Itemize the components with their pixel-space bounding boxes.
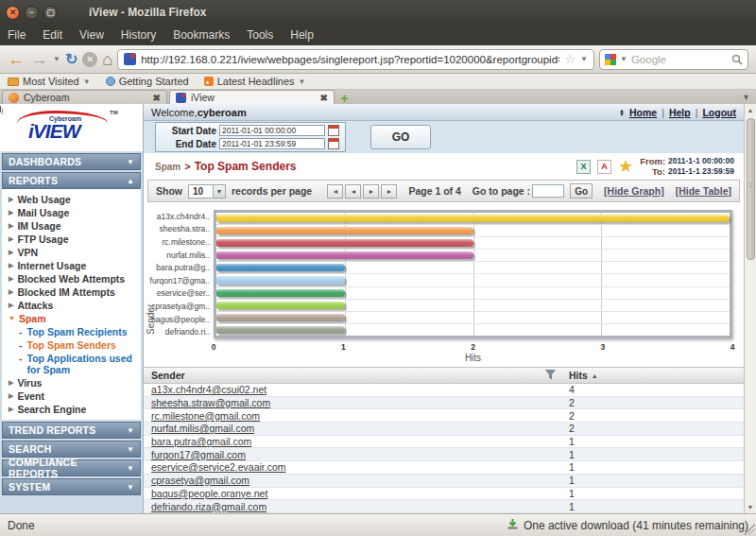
menu-file[interactable]: File (8, 28, 26, 42)
sidebar-item-internet-usage[interactable]: ▶Internet Usage (2, 259, 141, 272)
bookmark-item[interactable]: Most Visited▼ (8, 76, 91, 87)
stop-button[interactable]: ✕ (82, 52, 97, 67)
scroll-down-icon[interactable]: ▼ (747, 501, 754, 513)
sidebar-item-spam[interactable]: ▼Spam (2, 312, 141, 325)
export-pdf-icon[interactable]: A (597, 160, 611, 174)
chart-bar[interactable] (216, 314, 345, 321)
hide-table-link[interactable]: [Hide Table] (676, 185, 731, 197)
sidebar-item-event[interactable]: ▶Event (2, 389, 141, 403)
records-per-page-select[interactable]: 10 ▼ (188, 184, 226, 199)
sender-link[interactable]: cprasetya@gmail.com (151, 475, 249, 486)
breadcrumb-parent[interactable]: Spam (155, 162, 180, 172)
sender-link[interactable]: sheesha.straw@gmail.com (151, 397, 270, 408)
back-button[interactable]: ← (8, 50, 26, 68)
sender-link[interactable]: eservice@service2.evaair.com (151, 461, 286, 473)
chart-bar[interactable] (216, 239, 473, 247)
sidebar-section-compliance-reports[interactable]: COMPLIANCE REPORTS ▼ (2, 459, 141, 476)
vertical-scrollbar[interactable]: ▲ ▼ (744, 104, 756, 513)
sidebar-item-blocked-im-attempts[interactable]: ▶Blocked IM Attempts (2, 285, 141, 299)
sidebar-item-mail-usage[interactable]: ▶Mail Usage (2, 206, 141, 219)
sidebar-section-reports[interactable]: REPORTS ▲ (2, 172, 141, 189)
sidebar-item-search-engine[interactable]: ▶Search Engine (2, 403, 141, 416)
chart-bar[interactable] (216, 251, 473, 259)
export-excel-icon[interactable]: X (576, 160, 591, 174)
sender-link[interactable]: furqon17@gmail.com (151, 449, 246, 460)
collapse-header-icon[interactable]: ▲▼ (619, 109, 625, 116)
sidebar-section-system[interactable]: SYSTEM ▼ (2, 478, 141, 495)
sender-link[interactable]: bagus@people.oranye.net (151, 488, 267, 499)
favorite-star-icon[interactable]: ★ (618, 160, 633, 174)
reload-button[interactable]: ↻ (65, 52, 77, 67)
first-page-button[interactable]: ◄ (327, 184, 343, 199)
sidebar-item-top-spam-senders[interactable]: -Top Spam Senders (2, 338, 141, 352)
chart-bar[interactable] (216, 302, 345, 309)
menu-tools[interactable]: Tools (247, 28, 273, 42)
menu-history[interactable]: History (121, 28, 156, 42)
menu-bookmarks[interactable]: Bookmarks (173, 28, 230, 42)
sidebar-section-search[interactable]: SEARCH ▼ (2, 441, 141, 458)
sidebar-item-attacks[interactable]: ▶Attacks (2, 299, 141, 312)
url-text[interactable]: http://192.168.0.221/iview/webpages/sing… (141, 54, 559, 65)
home-link[interactable]: Home (629, 107, 657, 118)
bookmark-item[interactable]: Latest Headlines▼ (204, 76, 306, 87)
scrollbar-thumb[interactable] (747, 118, 755, 260)
sidebar-item-blocked-web-attempts[interactable]: ▶Blocked Web Attempts (2, 272, 141, 285)
sidebar-item-top-applications-used-for-spam[interactable]: -Top Applications used for Spam (2, 352, 141, 376)
calendar-icon[interactable] (328, 138, 339, 149)
chart-bar[interactable] (216, 215, 730, 222)
chart-bar[interactable] (216, 264, 345, 271)
sender-link[interactable]: bara.putra@gmail.com (151, 436, 251, 447)
chart-bar[interactable] (216, 326, 345, 334)
download-status-text[interactable]: One active download (41 minutes remainin… (524, 519, 748, 532)
window-maximize-button[interactable]: ▢ (43, 6, 58, 20)
sidebar-item-im-usage[interactable]: ▶IM Usage (2, 219, 141, 233)
start-date-input[interactable] (219, 125, 325, 136)
previous-page-button[interactable]: ◄ (345, 184, 361, 199)
tab-iview[interactable]: iView✖ (169, 90, 335, 104)
sort-ascending-icon[interactable]: ▲ (592, 372, 598, 379)
resize-grip[interactable] (744, 524, 755, 535)
sidebar-item-web-usage[interactable]: ▶Web Usage (2, 193, 141, 206)
sidebar-item-top-spam-recipients[interactable]: -Top Spam Recipients (2, 325, 141, 338)
sender-column-header[interactable]: Sender (151, 370, 185, 381)
window-minimize-button[interactable]: − (25, 6, 39, 20)
tab-close-icon[interactable]: ✖ (153, 93, 161, 103)
url-bar[interactable]: http://192.168.0.221/iview/webpages/sing… (117, 49, 594, 70)
menu-view[interactable]: View (79, 28, 104, 42)
hits-column-header[interactable]: Hits (569, 370, 588, 381)
window-close-button[interactable]: ✕ (6, 6, 20, 20)
last-page-button[interactable]: ► (381, 184, 397, 199)
next-page-button[interactable]: ► (363, 184, 379, 199)
menu-help[interactable]: Help (290, 28, 314, 42)
url-dropdown-icon[interactable]: ▼ (580, 55, 588, 63)
tab-close-icon[interactable]: ✖ (320, 93, 328, 103)
home-button[interactable]: ⌂ (102, 51, 112, 68)
scroll-up-icon[interactable]: ▲ (747, 104, 754, 116)
end-date-input[interactable] (219, 138, 325, 149)
sender-link[interactable]: defriando.riza@gmail.com (151, 501, 266, 512)
chart-bar[interactable] (216, 276, 345, 284)
sidebar-section-trend-reports[interactable]: TREND REPORTS ▼ (2, 422, 141, 439)
filter-funnel-icon[interactable] (545, 370, 556, 382)
search-engine-dropdown-icon[interactable]: ▼ (620, 55, 627, 63)
chart-bar[interactable] (216, 289, 345, 297)
goto-page-input[interactable] (532, 184, 564, 198)
sender-link[interactable]: a13x.ch4ndr4@csui02.net (151, 384, 266, 395)
history-dropdown-icon[interactable]: ▼ (53, 55, 60, 63)
bookmark-star-icon[interactable]: ☆ (564, 52, 576, 66)
sidebar-item-ftp-usage[interactable]: ▶FTP Usage (2, 233, 141, 246)
tab-cyberoam[interactable]: Cyberoam✖ (2, 90, 167, 104)
search-bar[interactable]: ▼ (599, 49, 748, 70)
menu-edit[interactable]: Edit (43, 28, 62, 42)
sidebar-item-virus[interactable]: ▶Virus (2, 376, 141, 389)
calendar-icon[interactable] (328, 125, 339, 136)
tab-list-dropdown-icon[interactable]: ▼ (742, 93, 750, 102)
go-button[interactable]: GO (370, 125, 431, 149)
sidebar-section-dashboards[interactable]: DASHBOARDS ▼ (2, 153, 141, 170)
help-link[interactable]: Help (669, 107, 691, 118)
sender-link[interactable]: rc.milestone@gmail.com (151, 410, 260, 422)
logout-link[interactable]: Logout (702, 107, 736, 118)
goto-page-go-button[interactable]: Go (570, 183, 593, 199)
sender-link[interactable]: nurfat.milis@gmail.com (151, 423, 254, 434)
chart-bar[interactable] (216, 227, 473, 234)
